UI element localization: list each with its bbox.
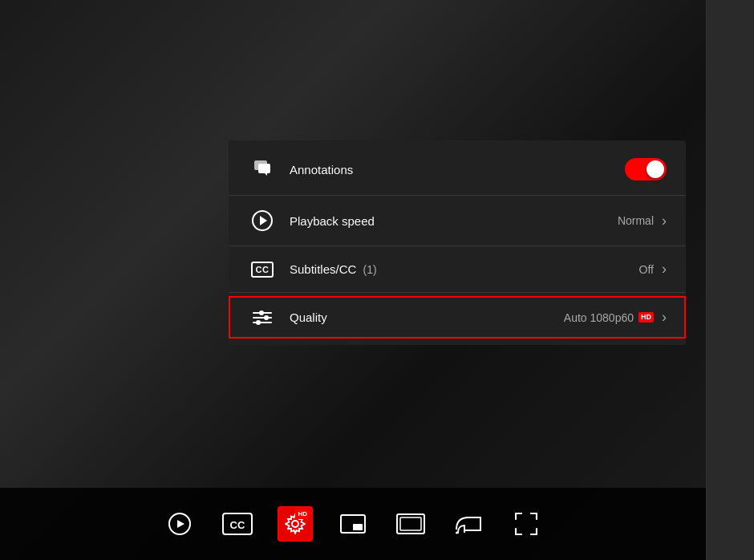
divider-1 [229, 195, 686, 196]
quality-label: Quality [290, 310, 564, 324]
slider-line-2 [253, 317, 272, 319]
slider-line-1 [253, 312, 272, 314]
cc-button[interactable]: CC [220, 506, 255, 542]
quality-value: Auto 1080p60 [564, 311, 634, 324]
annotations-svg-icon [251, 160, 274, 178]
theater-icon [396, 513, 425, 534]
quality-icon [248, 312, 277, 323]
subtitles-value: Off [639, 263, 654, 276]
fullscreen-icon [515, 513, 537, 535]
svg-point-9 [456, 532, 458, 534]
play-triangle-icon [260, 216, 267, 225]
subtitles-count-badge: (1) [363, 263, 377, 276]
annotations-label: Annotations [290, 163, 625, 177]
cast-icon [456, 513, 481, 534]
playback-speed-label: Playback speed [290, 214, 618, 228]
subtitles-menu-item[interactable]: CC Subtitles/CC (1) Off › [229, 250, 686, 289]
toggle-play-button[interactable] [162, 506, 197, 542]
cast-button[interactable] [451, 506, 486, 542]
cc-box-icon: CC [251, 262, 274, 278]
miniplayer-icon [340, 514, 366, 534]
svg-point-4 [292, 521, 298, 527]
divider-2 [229, 246, 686, 246]
quality-menu-item[interactable]: Quality Auto 1080p60 HD › [229, 296, 686, 339]
subtitles-chevron: › [662, 261, 667, 278]
playback-speed-icon [248, 210, 277, 231]
miniplayer-button[interactable] [335, 506, 371, 542]
divider-3 [229, 292, 686, 293]
quality-sliders-icon [253, 312, 272, 323]
settings-hd-badge: HD [295, 509, 310, 519]
cc-icon: CC [222, 513, 253, 535]
toggle-knob [647, 160, 664, 178]
quality-hd-badge: HD [638, 312, 654, 323]
playback-circle-icon [252, 210, 273, 231]
svg-text:CC: CC [230, 519, 245, 531]
right-panel [706, 0, 754, 560]
fullscreen-button[interactable] [509, 506, 544, 542]
control-bar: CC HD [0, 488, 706, 560]
annotations-value-area [625, 158, 667, 181]
svg-marker-1 [177, 520, 184, 528]
quality-value-area: Auto 1080p60 HD › [564, 309, 667, 326]
playback-speed-value: Normal [618, 214, 654, 227]
settings-button[interactable]: HD [278, 506, 313, 542]
svg-rect-8 [400, 517, 421, 530]
toggle-play-icon [168, 513, 191, 535]
playback-speed-value-area: Normal › [618, 213, 667, 229]
playback-speed-menu-item[interactable]: Playback speed Normal › [229, 199, 686, 242]
settings-menu: Annotations Playback speed Normal › CC S… [229, 140, 686, 345]
quality-chevron: › [662, 309, 667, 326]
subtitles-label-text: Subtitles/CC [290, 262, 356, 276]
subtitles-icon: CC [248, 262, 277, 278]
slider-line-3 [253, 322, 272, 323]
annotations-icon [248, 160, 277, 178]
playback-speed-chevron: › [662, 213, 667, 229]
subtitles-label: Subtitles/CC (1) [290, 262, 639, 276]
annotations-menu-item[interactable]: Annotations [229, 147, 686, 192]
annotations-toggle[interactable] [625, 158, 667, 181]
theater-mode-button[interactable] [393, 506, 428, 542]
svg-rect-6 [353, 524, 363, 530]
subtitles-value-area: Off › [639, 261, 667, 278]
